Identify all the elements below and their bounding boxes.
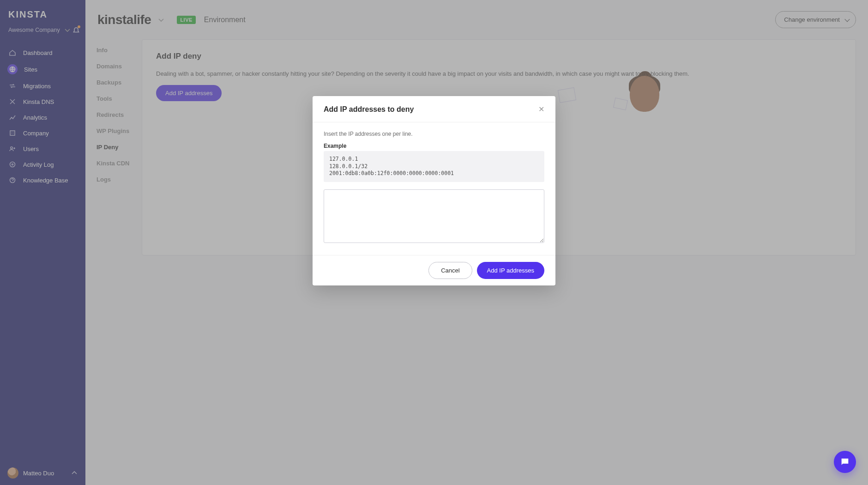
chat-icon [840,457,850,467]
example-label: Example [324,143,544,149]
close-icon[interactable]: ✕ [538,106,544,113]
chat-fab[interactable] [834,451,856,473]
modal-title: Add IP addresses to deny [324,105,414,114]
example-box: 127.0.0.1 128.0.0.1/32 2001:0db8:0a0b:12… [324,151,544,182]
cancel-button[interactable]: Cancel [428,262,472,279]
ip-addresses-input[interactable] [324,189,544,243]
submit-add-ip-button[interactable]: Add IP addresses [477,262,544,279]
modal-hint: Insert the IP addresses one per line. [324,131,544,137]
modal-overlay: Add IP addresses to deny ✕ Insert the IP… [0,0,868,485]
add-ip-modal: Add IP addresses to deny ✕ Insert the IP… [313,96,555,285]
